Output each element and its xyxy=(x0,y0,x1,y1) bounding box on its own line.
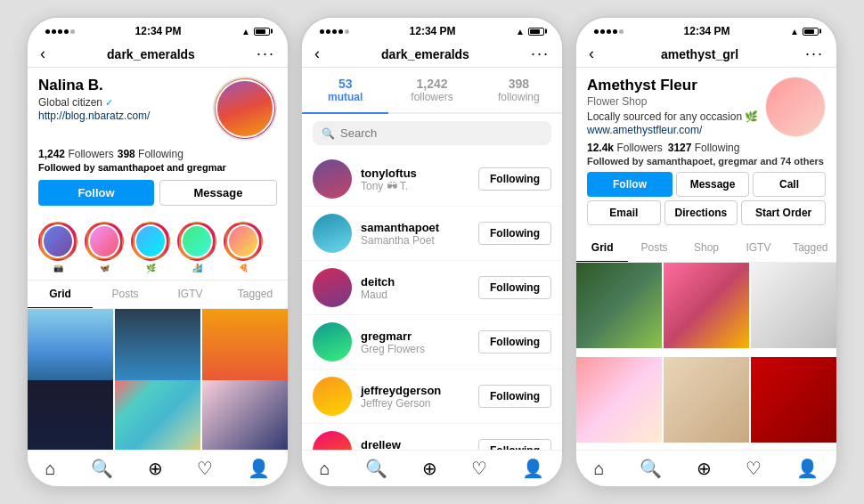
tab-grid-3[interactable]: Grid xyxy=(576,234,628,262)
tab-grid-1[interactable]: Grid xyxy=(28,280,93,308)
biz-start-order-button[interactable]: Start Order xyxy=(741,200,826,225)
search-input[interactable] xyxy=(340,126,542,140)
grid-photo-flower[interactable] xyxy=(664,263,749,348)
tab-igtv-1[interactable]: IGTV xyxy=(158,280,223,308)
time-1: 12:34 PM xyxy=(135,25,182,37)
bottom-nav-1: ⌂ 🔍 ⊕ ♡ 👤 xyxy=(28,450,288,486)
following-button[interactable]: Following xyxy=(478,439,551,450)
biz-call-button[interactable]: Call xyxy=(753,172,826,197)
back-button-1[interactable]: ‹ xyxy=(40,45,45,63)
search-input-wrap[interactable]: 🔍 xyxy=(313,121,551,145)
following-button[interactable]: Following xyxy=(478,276,551,299)
story-item[interactable]: 🍕 xyxy=(224,222,263,272)
tab-igtv-3[interactable]: IGTV xyxy=(732,234,784,262)
nav-bar-3: ‹ amethyst_grl ··· xyxy=(576,41,836,68)
profile-link-1[interactable]: http://blog.nbaratz.com/ xyxy=(38,110,150,122)
grid-photo[interactable] xyxy=(28,380,113,450)
search-nav-icon-3[interactable]: 🔍 xyxy=(640,458,662,479)
back-button-3[interactable]: ‹ xyxy=(589,45,594,63)
follow-button-1[interactable]: Follow xyxy=(38,180,154,206)
more-button-2[interactable]: ··· xyxy=(531,45,550,63)
tab-mutual[interactable]: 53 mutual xyxy=(302,68,388,114)
story-circle xyxy=(38,222,77,261)
more-button-1[interactable]: ··· xyxy=(257,45,275,63)
tab-tagged-3[interactable]: Tagged xyxy=(785,234,836,262)
tabs-row-1: Grid Posts IGTV Tagged xyxy=(28,280,288,309)
profile-name-1: Nalina B. xyxy=(38,77,150,94)
grid-photo-flower[interactable] xyxy=(664,357,749,443)
nav-title-3: amethyst_grl xyxy=(661,47,738,61)
following-button[interactable]: Following xyxy=(478,330,551,354)
tab-followers[interactable]: 1,242 followers xyxy=(388,68,475,112)
tab-following[interactable]: 398 following xyxy=(476,68,562,112)
grid-photo-flower[interactable] xyxy=(751,357,836,443)
biz-message-button[interactable]: Message xyxy=(676,172,749,197)
grid-photo-flower[interactable] xyxy=(751,263,836,348)
biz-email-button[interactable]: Email xyxy=(587,200,661,225)
biz-link[interactable]: www.amethystfleur.com/ xyxy=(587,124,758,136)
story-item[interactable]: 🦋 xyxy=(85,222,124,272)
message-button-1[interactable]: Message xyxy=(159,180,277,206)
search-nav-icon[interactable]: 🔍 xyxy=(91,458,113,479)
grid-photo-flower[interactable] xyxy=(576,263,662,348)
tab-shop-3[interactable]: Shop xyxy=(681,234,732,262)
add-icon-3[interactable]: ⊕ xyxy=(697,458,712,479)
following-count-1: 398 Following xyxy=(118,148,183,160)
biz-stats: 12.4k Followers 3127 Following xyxy=(587,142,826,154)
home-icon-3[interactable]: ⌂ xyxy=(593,459,604,479)
grid-photo[interactable] xyxy=(202,380,288,450)
back-button-2[interactable]: ‹ xyxy=(314,45,320,63)
story-item[interactable]: 🏄 xyxy=(177,222,216,272)
biz-avatar xyxy=(765,77,826,137)
heart-icon[interactable]: ♡ xyxy=(197,458,213,479)
status-icons-1: ▲ xyxy=(241,27,270,37)
grid-photo-flower[interactable] xyxy=(576,357,662,443)
follower-avatar xyxy=(313,214,352,253)
search-nav-icon-2[interactable]: 🔍 xyxy=(365,458,387,479)
following-button[interactable]: Following xyxy=(478,167,551,191)
add-icon[interactable]: ⊕ xyxy=(148,458,163,479)
biz-name: Amethyst Fleur xyxy=(587,77,758,94)
profile-section-1: Nalina B. Global citizen ✓ http://blog.n… xyxy=(28,68,288,215)
tab-tagged-1[interactable]: Tagged xyxy=(223,280,288,308)
follower-info: drellew André ⭐ xyxy=(361,438,469,451)
avatar-image-1 xyxy=(216,79,274,138)
profile-icon[interactable]: 👤 xyxy=(248,458,270,479)
heart-icon-3[interactable]: ♡ xyxy=(746,458,762,479)
biz-bio: Locally sourced for any occasion 🌿 xyxy=(587,110,758,123)
grid-photo[interactable] xyxy=(115,380,200,450)
search-bar: 🔍 xyxy=(302,114,562,152)
profile-icon-2[interactable]: 👤 xyxy=(522,458,544,479)
story-item[interactable]: 🌿 xyxy=(131,222,170,272)
add-icon-2[interactable]: ⊕ xyxy=(422,458,437,479)
more-button-3[interactable]: ··· xyxy=(805,45,824,63)
nav-title-1: dark_emeralds xyxy=(107,47,195,61)
following-button[interactable]: Following xyxy=(478,385,551,408)
home-icon[interactable]: ⌂ xyxy=(45,459,55,479)
profile-icon-3[interactable]: 👤 xyxy=(796,458,819,479)
tab-posts-1[interactable]: Posts xyxy=(93,280,158,308)
bottom-nav-3: ⌂ 🔍 ⊕ ♡ 👤 xyxy=(576,450,836,486)
story-item[interactable]: 📸 xyxy=(38,222,77,272)
nav-bar-1: ‹ dark_emeralds ··· xyxy=(28,41,288,68)
story-circle xyxy=(85,222,124,261)
home-icon-2[interactable]: ⌂ xyxy=(319,459,330,479)
action-buttons-1: Follow Message xyxy=(38,180,277,206)
biz-followed-by: Followed by samanthapoet, gregmar and 74… xyxy=(587,156,826,167)
status-bar-2: 12:34 PM ▲ xyxy=(302,18,562,41)
biz-directions-button[interactable]: Directions xyxy=(664,200,738,225)
list-item: jeffreydgerson Jeffrey Gerson Following xyxy=(302,370,562,424)
time-3: 12:34 PM xyxy=(684,25,730,37)
biz-follow-button[interactable]: Follow xyxy=(587,172,672,197)
stats-row-1: 1,242 Followers 398 Following xyxy=(38,148,277,160)
tab-posts-3[interactable]: Posts xyxy=(628,234,680,262)
follower-info: tonyloftus Tony 🕶 T. xyxy=(361,167,469,192)
following-button[interactable]: Following xyxy=(478,222,551,245)
nav-bar-2: ‹ dark_emeralds ··· xyxy=(302,41,562,68)
profile-bio-1: Global citizen ✓ xyxy=(38,96,150,109)
signal-dots-2 xyxy=(320,29,349,34)
heart-icon-2[interactable]: ♡ xyxy=(471,458,487,479)
wifi-icon-2: ▲ xyxy=(516,27,525,37)
status-bar-1: 12:34 PM ▲ xyxy=(28,18,288,41)
photo-grid-3 xyxy=(576,263,836,450)
